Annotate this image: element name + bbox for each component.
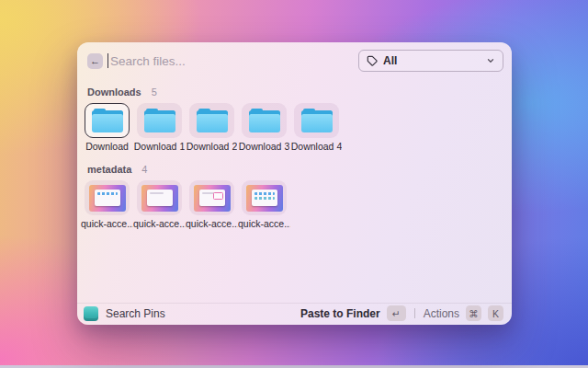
command-key-badge[interactable]: ⌘	[466, 305, 481, 321]
actions-menu-label[interactable]: Actions	[424, 307, 459, 320]
section-title: metadata	[87, 164, 131, 175]
section-header-metadata: metadata 4	[81, 152, 508, 180]
folder-icon	[197, 109, 228, 132]
folder-icon	[144, 109, 175, 132]
search-pins-app-icon	[84, 306, 98, 321]
k-key-badge[interactable]: K	[488, 305, 503, 321]
file-tile-download-3[interactable]: Download 3	[238, 103, 290, 152]
file-tile-download-2[interactable]: Download 2	[186, 103, 238, 152]
file-tile-quick-access-1[interactable]: quick-acce...	[81, 180, 133, 229]
footer-bar: Search Pins Paste to Finder ↵ Actions ⌘ …	[77, 303, 512, 325]
back-arrow-icon: ←	[90, 56, 100, 66]
file-tile-quick-access-4[interactable]: quick-acce...	[238, 180, 290, 229]
screenshot-thumbnail-icon	[194, 185, 231, 212]
filter-selected-value: All	[383, 54, 397, 67]
section-count: 5	[152, 86, 157, 98]
tile-label: Download 2	[187, 141, 237, 152]
metadata-tile-row: quick-acce... quick-acce... quick-acce..…	[81, 180, 508, 229]
search-input[interactable]	[106, 54, 358, 68]
tile-label: quick-acce...	[81, 218, 133, 229]
primary-action-label[interactable]: Paste to Finder	[300, 307, 380, 320]
tile-label: Download 4	[291, 141, 342, 152]
back-button[interactable]: ←	[87, 53, 103, 69]
section-count: 4	[141, 164, 147, 175]
search-field-wrap	[106, 50, 358, 72]
file-tile-download-4[interactable]: Download 4	[290, 103, 343, 152]
tile-label: Download	[85, 141, 129, 152]
search-pins-window: ← All Downloads 5	[77, 42, 512, 325]
screenshot-thumbnail-icon	[141, 185, 178, 212]
tile-selected	[85, 103, 130, 138]
section-title: Downloads	[87, 86, 141, 98]
folder-icon	[249, 109, 280, 132]
file-tile-quick-access-3[interactable]: quick-acce...	[186, 180, 238, 229]
section-header-downloads: Downloads 5	[81, 79, 508, 103]
tile-label: Download 1	[134, 141, 185, 152]
footer-divider	[414, 308, 415, 318]
app-name: Search Pins	[106, 307, 165, 320]
screenshot-thumbnail-icon	[246, 185, 283, 212]
text-caret	[107, 53, 108, 68]
folder-icon	[92, 109, 123, 132]
folder-icon	[301, 109, 333, 132]
downloads-tile-row: Download Download 1 Download 2 Download …	[81, 103, 508, 152]
screenshot-thumbnail-icon	[89, 185, 126, 212]
footer-actions: Paste to Finder ↵ Actions ⌘ K	[300, 305, 503, 321]
filter-dropdown[interactable]: All	[358, 50, 503, 72]
tile-label: Download 3	[239, 141, 289, 152]
file-tile-quick-access-2[interactable]: quick-acce...	[133, 180, 186, 229]
header: ← All	[77, 42, 512, 79]
results-area: Downloads 5 Download Download 1 Downlo	[77, 79, 512, 229]
tile-label: quick-acce...	[238, 218, 290, 229]
chevron-down-icon	[486, 56, 495, 65]
return-key-badge[interactable]: ↵	[387, 305, 406, 321]
tag-icon	[367, 55, 378, 66]
file-tile-download-1[interactable]: Download 1	[133, 103, 186, 152]
tile-label: quick-acce...	[133, 218, 186, 229]
tile-label: quick-acce...	[186, 218, 238, 229]
file-tile-download[interactable]: Download	[81, 103, 133, 152]
